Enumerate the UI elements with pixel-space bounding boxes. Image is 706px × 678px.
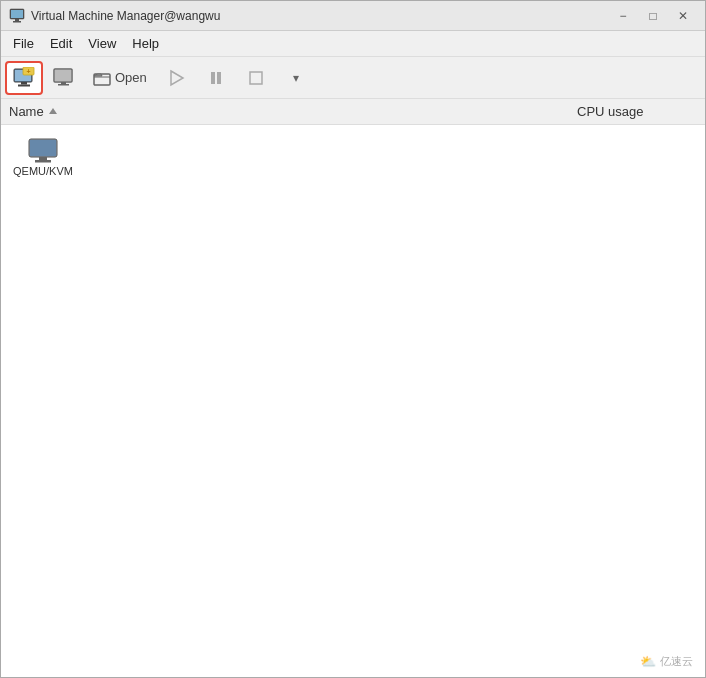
stop-button[interactable]	[237, 61, 275, 95]
name-label: Name	[9, 104, 44, 119]
monitor-button[interactable]	[45, 61, 83, 95]
minimize-button[interactable]: −	[609, 5, 637, 27]
vm-group-label: QEMU/KVM	[13, 165, 73, 177]
pause-button[interactable]	[197, 61, 235, 95]
new-vm-button[interactable]: +	[5, 61, 43, 95]
svg-rect-18	[250, 72, 262, 84]
svg-rect-1	[11, 10, 23, 18]
svg-text:+: +	[26, 68, 30, 75]
name-column-header[interactable]: Name	[9, 104, 577, 119]
svg-rect-22	[39, 157, 47, 160]
titlebar-left: Virtual Machine Manager@wangwu	[9, 8, 220, 24]
svg-rect-13	[58, 84, 69, 86]
svg-rect-6	[21, 82, 27, 85]
vm-group-qemu: QEMU/KVM	[9, 133, 697, 181]
vm-group-item[interactable]: QEMU/KVM	[9, 133, 77, 181]
menu-file[interactable]: File	[5, 33, 42, 54]
vm-list: QEMU/KVM	[1, 125, 705, 189]
open-button[interactable]: Open	[85, 66, 155, 90]
dropdown-button[interactable]: ▾	[277, 61, 315, 95]
cpu-column-header[interactable]: CPU usage	[577, 104, 697, 119]
menu-help[interactable]: Help	[124, 33, 167, 54]
menu-view[interactable]: View	[80, 33, 124, 54]
cpu-label: CPU usage	[577, 104, 643, 119]
menubar: File Edit View Help	[1, 31, 705, 57]
qemu-kvm-icon	[27, 137, 59, 165]
titlebar: Virtual Machine Manager@wangwu − □ ✕	[1, 1, 705, 31]
play-button[interactable]	[157, 61, 195, 95]
play-icon	[167, 69, 185, 87]
main-content: QEMU/KVM 1、点击 ⛅ 亿速云	[1, 125, 705, 677]
svg-rect-11	[55, 70, 71, 81]
svg-rect-21	[30, 140, 56, 156]
svg-rect-2	[15, 19, 19, 21]
svg-marker-19	[49, 108, 57, 114]
svg-rect-17	[217, 72, 221, 84]
column-header: Name CPU usage	[1, 99, 705, 125]
open-icon	[93, 70, 111, 86]
watermark-text: 亿速云	[660, 654, 693, 669]
new-vm-icon: +	[12, 67, 36, 89]
menu-edit[interactable]: Edit	[42, 33, 80, 54]
svg-rect-3	[13, 21, 21, 23]
svg-rect-12	[61, 82, 66, 84]
stop-icon	[247, 69, 265, 87]
main-window: Virtual Machine Manager@wangwu − □ ✕ Fil…	[0, 0, 706, 678]
dropdown-arrow-icon: ▾	[293, 71, 299, 85]
watermark: ⛅ 亿速云	[640, 654, 693, 669]
watermark-logo-icon: ⛅	[640, 654, 656, 669]
titlebar-title: Virtual Machine Manager@wangwu	[31, 9, 220, 23]
svg-rect-23	[35, 160, 51, 163]
sort-icon	[48, 107, 58, 117]
titlebar-controls: − □ ✕	[609, 5, 697, 27]
app-icon	[9, 8, 25, 24]
pause-icon	[207, 69, 225, 87]
svg-rect-7	[18, 84, 30, 86]
maximize-button[interactable]: □	[639, 5, 667, 27]
monitor-icon	[53, 68, 75, 88]
svg-marker-15	[171, 71, 183, 85]
svg-rect-16	[211, 72, 215, 84]
open-label: Open	[115, 70, 147, 85]
close-button[interactable]: ✕	[669, 5, 697, 27]
toolbar: + Open	[1, 57, 705, 99]
